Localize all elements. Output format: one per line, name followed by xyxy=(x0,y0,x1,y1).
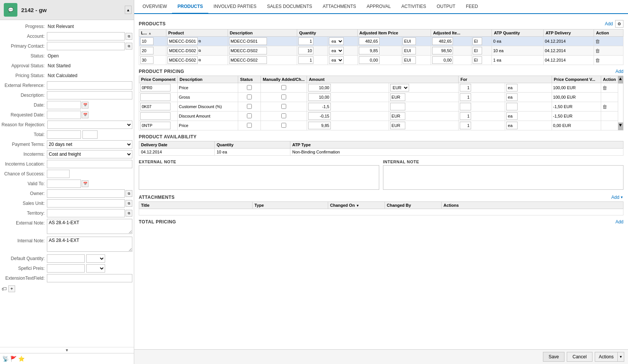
tab-overview[interactable]: OVERVIEW xyxy=(137,0,172,14)
pricing-for-unit-input[interactable] xyxy=(506,112,518,120)
territory-input[interactable] xyxy=(47,209,125,217)
internal-note-field[interactable] xyxy=(383,165,623,190)
reason-rejection-select[interactable] xyxy=(47,121,132,129)
product-desc-input[interactable] xyxy=(229,47,267,54)
product-id-input[interactable] xyxy=(167,47,198,54)
incoterms-select[interactable]: Cost and freight xyxy=(47,150,132,158)
product-adj-currency-input[interactable] xyxy=(403,47,416,54)
total-currency-input[interactable]: EUF xyxy=(82,130,98,139)
external-ref-input[interactable]: GW xyxy=(47,81,132,90)
scroll-down-button[interactable]: ▼ xyxy=(0,347,134,353)
pricing-scrollbar[interactable]: ▲ ▼ xyxy=(618,76,623,130)
valid-to-calendar-btn[interactable]: 📅 xyxy=(82,180,88,187)
external-note-field[interactable] xyxy=(139,165,379,190)
internal-note-textarea[interactable]: AS 28.4-1-EXT xyxy=(47,237,132,252)
product-line-input[interactable] xyxy=(140,37,154,45)
pricing-manually-checkbox[interactable] xyxy=(281,94,286,99)
product-delete-button[interactable]: 🗑 xyxy=(595,57,600,63)
product-adj-price-input[interactable] xyxy=(359,37,380,45)
flag-icon-button[interactable]: 🚩 xyxy=(10,356,17,362)
chance-success-input[interactable]: 100% xyxy=(47,170,70,178)
pricing-currency-input[interactable] xyxy=(390,112,405,120)
pricing-manually-checkbox[interactable] xyxy=(281,123,286,128)
owner-copy-btn[interactable]: ⧉ xyxy=(126,190,132,197)
rss-icon-button[interactable]: 📡 xyxy=(2,356,9,362)
product-delete-button[interactable]: 🗑 xyxy=(595,39,600,44)
pricing-component-input[interactable] xyxy=(140,122,171,129)
account-copy-btn[interactable]: ⧉ xyxy=(126,33,132,40)
pricing-for-unit-input[interactable] xyxy=(506,93,518,101)
sales-unit-copy-btn[interactable]: ⧉ xyxy=(126,200,132,207)
product-qty-input[interactable] xyxy=(298,37,313,45)
pricing-component-input[interactable] xyxy=(140,93,171,101)
actions-dropdown-button[interactable]: ▼ xyxy=(617,352,624,362)
product-adj-currency-input[interactable] xyxy=(403,56,416,64)
product-adj-item-unit-input[interactable] xyxy=(473,47,482,54)
product-id-input[interactable] xyxy=(167,37,198,45)
tab-attachments[interactable]: ATTACHMENTS xyxy=(318,0,361,14)
pricing-currency-input[interactable] xyxy=(390,93,405,101)
valid-to-input[interactable]: 04.12.2014 xyxy=(47,180,81,188)
cancel-button[interactable]: Cancel xyxy=(567,352,592,362)
product-qty-input[interactable] xyxy=(298,47,313,54)
pricing-status-checkbox[interactable] xyxy=(247,123,252,128)
account-input[interactable]: Pfizer Ireland Pharmaceuticals Ltd. xyxy=(47,32,125,40)
add-tag-button[interactable]: + xyxy=(8,285,15,292)
tab-products[interactable]: PRODUCTS xyxy=(172,0,208,14)
spefici-preis-unit-select[interactable] xyxy=(86,264,105,273)
pricing-status-checkbox[interactable] xyxy=(247,94,252,99)
incoterms-location-input[interactable]: London xyxy=(47,160,132,168)
pricing-for-qty-input[interactable] xyxy=(460,122,471,129)
primary-contact-input[interactable]: Dr. Patrick John Fitzpatrick xyxy=(47,42,125,50)
product-adj-item-input[interactable] xyxy=(432,47,453,54)
tab-activities[interactable]: ACTIVITIES xyxy=(396,0,431,14)
product-desc-input[interactable] xyxy=(229,56,267,64)
pricing-currency-input[interactable] xyxy=(390,122,405,129)
pricing-scrollbar-down[interactable]: ▼ xyxy=(618,122,623,130)
requested-date-input[interactable]: 04.12.2014 xyxy=(47,111,81,119)
product-unit-select[interactable]: ea xyxy=(329,47,344,54)
spefici-preis-input[interactable] xyxy=(47,264,85,273)
save-button[interactable]: Save xyxy=(543,352,564,362)
payment-terms-select[interactable]: 20 days net xyxy=(47,140,132,149)
pricing-component-input[interactable] xyxy=(140,112,171,120)
products-add-link[interactable]: Add xyxy=(605,21,613,26)
pricing-for-unit-input[interactable] xyxy=(506,122,518,129)
description-input[interactable]: gw xyxy=(47,91,132,99)
product-unit-select[interactable]: ea xyxy=(329,56,344,64)
products-gear-button[interactable]: ⚙ xyxy=(615,20,623,28)
pricing-for-unit-input[interactable] xyxy=(506,84,518,91)
pricing-for-qty-input[interactable] xyxy=(460,84,471,91)
product-qty-input[interactable] xyxy=(298,56,313,64)
product-id-input[interactable] xyxy=(167,56,198,64)
pricing-manually-checkbox[interactable] xyxy=(281,104,286,109)
collapse-button[interactable]: ▲ xyxy=(125,6,132,14)
pricing-manually-checkbox[interactable] xyxy=(281,85,286,90)
pricing-amount-input[interactable] xyxy=(308,93,331,101)
external-note-textarea[interactable]: AS 28.4-1-EXT xyxy=(47,219,132,234)
requested-date-calendar-btn[interactable]: 📅 xyxy=(82,112,88,118)
product-line-input[interactable] xyxy=(140,47,154,54)
pricing-component-input[interactable] xyxy=(140,84,171,91)
product-desc-input[interactable] xyxy=(229,37,267,45)
pricing-delete-button[interactable]: 🗑 xyxy=(602,104,607,110)
star-icon-button[interactable]: ⭐ xyxy=(18,356,25,362)
pricing-status-checkbox[interactable] xyxy=(247,104,252,109)
pricing-component-input[interactable] xyxy=(140,103,171,110)
product-unit-select[interactable]: ea xyxy=(329,37,344,45)
product-delete-button[interactable]: 🗑 xyxy=(595,48,600,54)
pricing-currency-input[interactable] xyxy=(390,103,405,110)
tab-feed[interactable]: FEED xyxy=(461,0,483,14)
pricing-manually-checkbox[interactable] xyxy=(281,113,286,118)
pricing-delete-button[interactable]: 🗑 xyxy=(602,85,607,91)
tab-approval[interactable]: APPROVAL xyxy=(361,0,396,14)
product-adj-item-input[interactable] xyxy=(432,37,453,45)
actions-main-button[interactable]: Actions xyxy=(595,352,617,362)
pricing-amount-input[interactable] xyxy=(308,84,331,91)
product-adj-item-unit-input[interactable] xyxy=(473,37,482,45)
date-input[interactable]: 02.12.2014 xyxy=(47,101,81,109)
pricing-for-qty-input[interactable] xyxy=(460,103,471,110)
sales-unit-input[interactable]: Almica Germany xyxy=(47,199,125,208)
pricing-amount-input[interactable] xyxy=(308,112,331,120)
tab-output[interactable]: OUTPUT xyxy=(431,0,461,14)
